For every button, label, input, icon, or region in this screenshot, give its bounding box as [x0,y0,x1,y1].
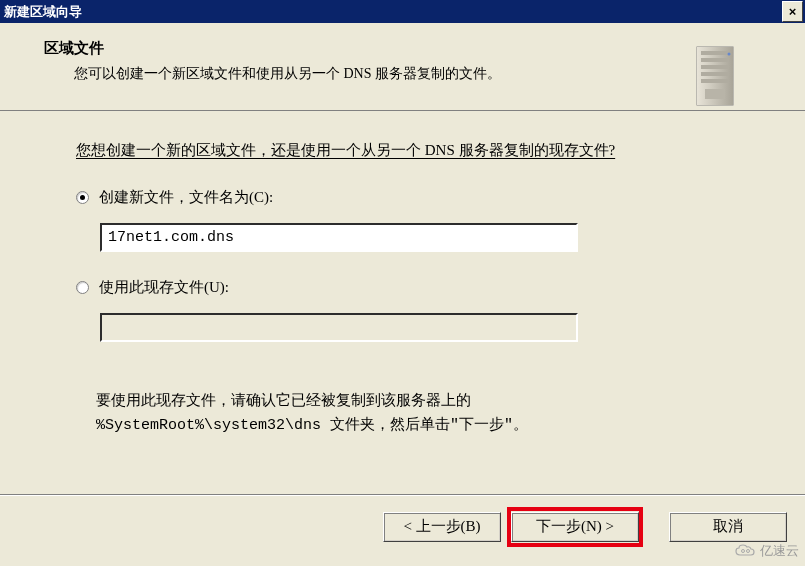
watermark: 亿速云 [734,542,799,560]
radio-create-new[interactable]: 创建新文件，文件名为(C): [76,188,729,207]
titlebar: 新建区域向导 × [0,0,805,23]
back-button[interactable]: < 上一步(B) [383,512,501,542]
watermark-text: 亿速云 [760,542,799,560]
button-bar: < 上一步(B) 下一步(N) > 取消 [0,495,805,557]
note-text: 要使用此现存文件，请确认它已经被复制到该服务器上的 %SystemRoot%\s… [96,388,729,438]
close-icon: × [789,4,797,19]
note-line-1: 要使用此现存文件，请确认它已经被复制到该服务器上的 [96,392,471,408]
server-icon [685,39,745,111]
svg-rect-6 [701,79,729,83]
radio-create-circle [76,191,89,204]
close-button[interactable]: × [782,1,803,22]
next-button-highlight: 下一步(N) > [507,507,643,547]
header-subtitle: 您可以创建一个新区域文件和使用从另一个 DNS 服务器复制的文件。 [44,65,685,83]
svg-rect-4 [701,65,729,69]
note-line-2: %SystemRoot%\system32\dns 文件夹，然后单击"下一步"。 [96,417,528,434]
create-filename-input[interactable] [100,223,578,252]
radio-create-label: 创建新文件，文件名为(C): [99,188,273,207]
svg-rect-2 [701,51,729,55]
svg-rect-5 [701,72,729,76]
svg-rect-3 [701,58,729,62]
header-title: 区域文件 [44,39,685,58]
radio-use-existing[interactable]: 使用此现存文件(U): [76,278,729,297]
svg-point-8 [728,53,731,56]
radio-existing-label: 使用此现存文件(U): [99,278,229,297]
header-text: 区域文件 您可以创建一个新区域文件和使用从另一个 DNS 服务器复制的文件。 [44,39,685,110]
question-text: 您想创建一个新的区域文件，还是使用一个从另一个 DNS 服务器复制的现存文件? [76,139,729,162]
window-title: 新建区域向导 [4,3,82,21]
radio-existing-circle [76,281,89,294]
next-button[interactable]: 下一步(N) > [511,512,639,542]
svg-point-10 [747,550,750,553]
wizard-content: 您想创建一个新的区域文件，还是使用一个从另一个 DNS 服务器复制的现存文件? … [0,111,805,495]
cloud-icon [734,543,756,559]
svg-point-9 [742,550,745,553]
existing-filename-input [100,313,578,342]
wizard-header: 区域文件 您可以创建一个新区域文件和使用从另一个 DNS 服务器复制的文件。 [0,23,805,111]
cancel-button[interactable]: 取消 [669,512,787,542]
radio-group: 创建新文件，文件名为(C): 使用此现存文件(U): [76,188,729,368]
svg-rect-7 [705,89,725,99]
